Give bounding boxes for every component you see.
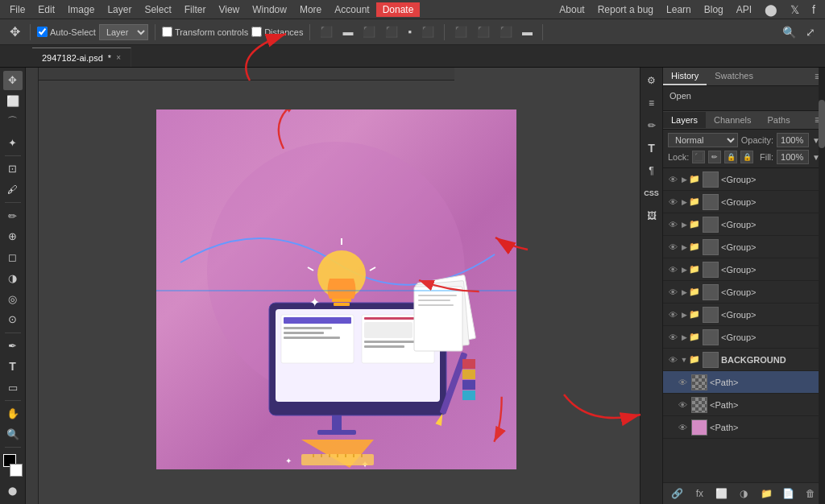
opacity-input[interactable] — [777, 133, 809, 147]
distribute-v-icon[interactable]: ⬛ — [474, 24, 493, 39]
paragraph-panel-icon[interactable]: ¶ — [642, 161, 661, 180]
text-tool-button[interactable]: T — [3, 357, 23, 377]
add-adjustment-button[interactable]: ◑ — [736, 486, 751, 501]
layer-item-group-8[interactable]: 👁 ▶ 📁 <Group> — [663, 326, 825, 349]
align-center-v-icon[interactable]: ▪ — [404, 24, 415, 39]
pen-tool-button[interactable]: ✒ — [3, 337, 23, 356]
menu-reddit-icon[interactable]: ⬤ — [758, 2, 784, 18]
menu-more[interactable]: More — [293, 2, 328, 17]
layer-visibility-icon[interactable]: 👁 — [666, 263, 679, 276]
canvas-area[interactable]: ✦ ✦ ✦ — [26, 68, 640, 504]
fullscreen-icon[interactable]: ⤢ — [802, 24, 819, 40]
layer-visibility-icon[interactable]: 👁 — [666, 241, 679, 254]
blend-mode-select[interactable]: Normal Multiply Screen Overlay — [668, 133, 738, 147]
edit-panel-icon[interactable]: ✏ — [642, 116, 661, 135]
menu-api[interactable]: API — [730, 2, 758, 17]
stamp-tool-button[interactable]: ⊕ — [3, 227, 23, 246]
menu-file[interactable]: File — [3, 2, 31, 17]
distribute-top-icon[interactable]: ⬛ — [496, 24, 516, 39]
link-layers-button[interactable]: 🔗 — [670, 486, 685, 501]
canvas-image[interactable]: ✦ ✦ ✦ — [156, 109, 516, 469]
marquee-tool-button[interactable]: ⬜ — [3, 92, 23, 111]
new-layer-button[interactable]: 📄 — [781, 486, 796, 501]
layer-visibility-icon[interactable]: 👁 — [676, 421, 689, 434]
menu-filter[interactable]: Filter — [178, 2, 213, 17]
eraser-tool-button[interactable]: ◻ — [3, 248, 23, 267]
layer-item-group-1[interactable]: 👁 ▶ 📁 <Group> — [663, 168, 825, 191]
lock-image-button[interactable]: ✏ — [708, 151, 721, 163]
menu-about[interactable]: About — [553, 2, 591, 17]
align-bottom-icon[interactable]: ⬛ — [418, 24, 437, 39]
layer-item-group-5[interactable]: 👁 ▶ 📁 <Group> — [663, 258, 825, 281]
brush-tool-button[interactable]: ✏ — [3, 206, 23, 225]
distribute-h-icon[interactable]: ⬛ — [451, 24, 471, 39]
layer-visibility-icon[interactable]: 👁 — [666, 353, 679, 366]
tab-close-button[interactable]: × — [116, 53, 121, 62]
layer-item-group-7[interactable]: 👁 ▶ 📁 <Group> — [663, 304, 825, 326]
search-icon[interactable]: 🔍 — [779, 24, 799, 40]
distances-checkbox[interactable] — [251, 27, 262, 37]
transform-controls-checkbox[interactable] — [162, 27, 172, 37]
align-center-h-icon[interactable]: ▬ — [339, 24, 356, 39]
quick-mask-button[interactable]: ⬤ — [3, 481, 23, 501]
new-group-button[interactable]: 📁 — [759, 486, 773, 501]
history-open-item[interactable]: Open — [670, 91, 691, 101]
layer-collapse-icon[interactable]: ▶ — [679, 310, 689, 320]
layer-item-group-4[interactable]: 👁 ▶ 📁 <Group> — [663, 236, 825, 258]
layer-item-background-group[interactable]: 👁 ▼ 📁 BACKGROUND — [663, 349, 825, 371]
layer-item-group-2[interactable]: 👁 ▶ 📁 <Group> — [663, 191, 825, 213]
panel-scrollbar-thumb[interactable] — [819, 100, 825, 148]
menu-learn[interactable]: Learn — [660, 2, 698, 17]
layer-visibility-icon[interactable]: 👁 — [666, 286, 679, 299]
layer-item-path-2[interactable]: 👁 <Path> — [663, 394, 825, 416]
blur-tool-button[interactable]: ◎ — [3, 289, 23, 308]
menu-twitter-icon[interactable]: 𝕏 — [784, 2, 806, 18]
magic-wand-button[interactable]: ✦ — [3, 133, 23, 152]
menu-account[interactable]: Account — [328, 2, 375, 17]
auto-select-dropdown[interactable]: Layer Group — [99, 24, 148, 40]
text-panel-icon[interactable]: T — [642, 138, 661, 158]
lock-all-button[interactable]: 🔒 — [740, 151, 753, 163]
menu-view[interactable]: View — [212, 2, 246, 17]
menu-layer[interactable]: Layer — [101, 2, 138, 17]
layer-item-path-1[interactable]: 👁 <Path> — [663, 371, 825, 394]
lock-transparent-button[interactable]: ⬛ — [692, 151, 705, 163]
layer-collapse-icon[interactable]: ▶ — [679, 242, 689, 252]
settings-panel-icon[interactable]: ⚙ — [642, 71, 661, 90]
menu-facebook-icon[interactable]: f — [806, 2, 822, 18]
distribute-bottom-icon[interactable]: ▬ — [519, 24, 536, 39]
menu-donate[interactable]: Donate — [376, 2, 421, 17]
document-tab[interactable]: 2947182-ai.psd * × — [32, 48, 131, 67]
add-layer-style-button[interactable]: fx — [692, 486, 707, 501]
layer-collapse-icon[interactable]: ▶ — [679, 333, 689, 342]
layer-visibility-icon[interactable]: 👁 — [666, 308, 679, 321]
delete-layer-button[interactable]: 🗑 — [803, 486, 818, 501]
css-panel-icon[interactable]: CSS — [642, 184, 661, 203]
layer-collapse-icon[interactable]: ▶ — [679, 287, 689, 297]
layer-visibility-icon[interactable]: 👁 — [666, 196, 679, 209]
layer-item-path-3[interactable]: 👁 <Path> — [663, 416, 825, 439]
layer-item-group-6[interactable]: 👁 ▶ 📁 <Group> — [663, 281, 825, 304]
tab-swatches[interactable]: Swatches — [707, 68, 761, 85]
layer-visibility-icon[interactable]: 👁 — [666, 173, 679, 186]
layer-collapse-icon[interactable]: ▶ — [679, 220, 689, 229]
tab-history[interactable]: History — [663, 68, 707, 85]
lock-position-button[interactable]: 🔒 — [724, 151, 737, 163]
tab-layers[interactable]: Layers — [663, 112, 706, 128]
menu-select[interactable]: Select — [138, 2, 177, 17]
tab-paths[interactable]: Paths — [760, 112, 798, 128]
fill-input[interactable] — [777, 150, 809, 164]
align-left-icon[interactable]: ⬛ — [317, 24, 336, 39]
move-tool-button[interactable]: ✥ — [3, 71, 23, 90]
layers-list[interactable]: 👁 ▶ 📁 <Group> 👁 ▶ 📁 <Group> — [663, 168, 825, 482]
background-color[interactable] — [10, 464, 23, 477]
layer-visibility-icon[interactable]: 👁 — [666, 218, 679, 231]
lasso-tool-button[interactable]: ⌒ — [3, 112, 23, 131]
panel-scrollbar[interactable] — [819, 68, 825, 504]
zoom-tool-button[interactable]: 🔍 — [3, 425, 23, 444]
list-panel-icon[interactable]: ≡ — [642, 93, 661, 113]
layer-item-group-3[interactable]: 👁 ▶ 📁 <Group> — [663, 213, 825, 236]
layer-visibility-icon[interactable]: 👁 — [676, 376, 689, 389]
add-mask-button[interactable]: ⬜ — [715, 486, 729, 501]
align-right-icon[interactable]: ⬛ — [359, 24, 379, 39]
